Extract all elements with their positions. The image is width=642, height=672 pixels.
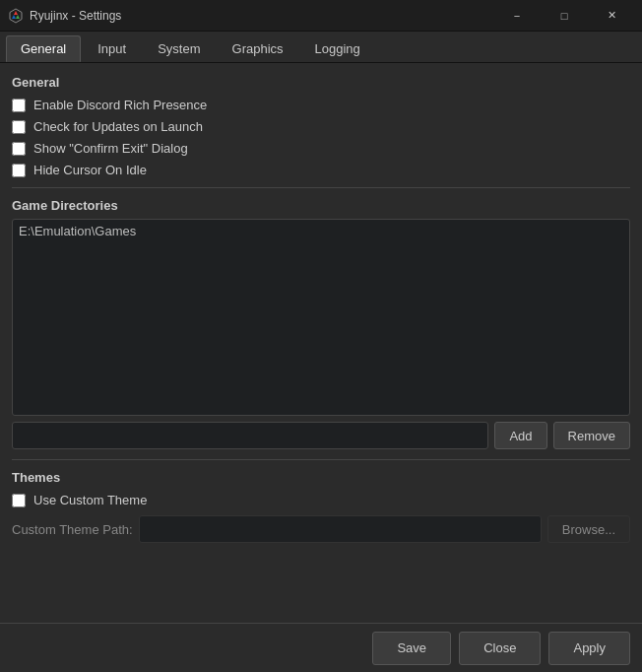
discord-checkbox-row: Enable Discord Rich Presence <box>12 98 630 112</box>
close-dialog-button[interactable]: Close <box>459 632 541 665</box>
theme-path-row: Custom Theme Path: Browse... <box>12 515 630 543</box>
window-controls: − □ ✕ <box>494 0 634 32</box>
maximize-button[interactable]: □ <box>542 0 587 32</box>
hidecursor-checkbox[interactable] <box>12 164 26 177</box>
updates-checkbox-row: Check for Updates on Launch <box>12 119 630 134</box>
svg-marker-3 <box>16 15 20 19</box>
tab-bar: General Input System Graphics Logging <box>0 32 642 63</box>
hidecursor-checkbox-row: Hide Cursor On Idle <box>12 163 630 177</box>
tab-system[interactable]: System <box>143 35 215 62</box>
discord-checkbox[interactable] <box>12 99 26 112</box>
tab-input[interactable]: Input <box>83 35 141 62</box>
divider-2 <box>12 459 630 460</box>
theme-path-input[interactable] <box>139 515 542 543</box>
browse-button[interactable]: Browse... <box>547 515 630 543</box>
window-title: Ryujinx - Settings <box>30 9 494 23</box>
custom-theme-checkbox[interactable] <box>12 494 26 507</box>
game-directories-title: Game Directories <box>12 198 630 213</box>
dir-path-input[interactable] <box>12 422 488 449</box>
tab-logging[interactable]: Logging <box>300 35 375 62</box>
apply-button[interactable]: Apply <box>548 632 630 665</box>
titlebar: Ryujinx - Settings − □ ✕ <box>0 0 642 32</box>
footer: Save Close Apply <box>0 623 642 672</box>
custom-theme-checkbox-row: Use Custom Theme <box>12 493 630 507</box>
tab-general[interactable]: General <box>6 35 81 62</box>
close-button[interactable]: ✕ <box>589 0 634 32</box>
game-directories-list: E:\Emulation\Games <box>12 219 630 416</box>
add-button[interactable]: Add <box>494 422 546 449</box>
confirmexit-checkbox[interactable] <box>12 142 26 156</box>
theme-path-label: Custom Theme Path: <box>12 522 133 537</box>
discord-label: Enable Discord Rich Presence <box>33 98 207 112</box>
svg-marker-1 <box>14 11 18 15</box>
remove-button[interactable]: Remove <box>553 422 630 449</box>
updates-label: Check for Updates on Launch <box>33 119 203 134</box>
updates-checkbox[interactable] <box>12 120 26 134</box>
main-content: General Enable Discord Rich Presence Che… <box>0 63 642 619</box>
app-icon <box>8 8 24 24</box>
minimize-button[interactable]: − <box>494 0 540 32</box>
divider-1 <box>12 187 630 188</box>
dir-entry: E:\Emulation\Games <box>19 224 623 238</box>
themes-section-title: Themes <box>12 470 630 485</box>
confirmexit-label: Show "Confirm Exit" Dialog <box>33 141 188 156</box>
tab-graphics[interactable]: Graphics <box>218 35 298 62</box>
dir-controls: Add Remove <box>12 422 630 449</box>
confirmexit-checkbox-row: Show "Confirm Exit" Dialog <box>12 141 630 156</box>
save-button[interactable]: Save <box>372 632 451 665</box>
svg-marker-2 <box>12 15 16 19</box>
hidecursor-label: Hide Cursor On Idle <box>33 163 147 177</box>
general-section-title: General <box>12 75 630 90</box>
custom-theme-label: Use Custom Theme <box>33 493 147 507</box>
